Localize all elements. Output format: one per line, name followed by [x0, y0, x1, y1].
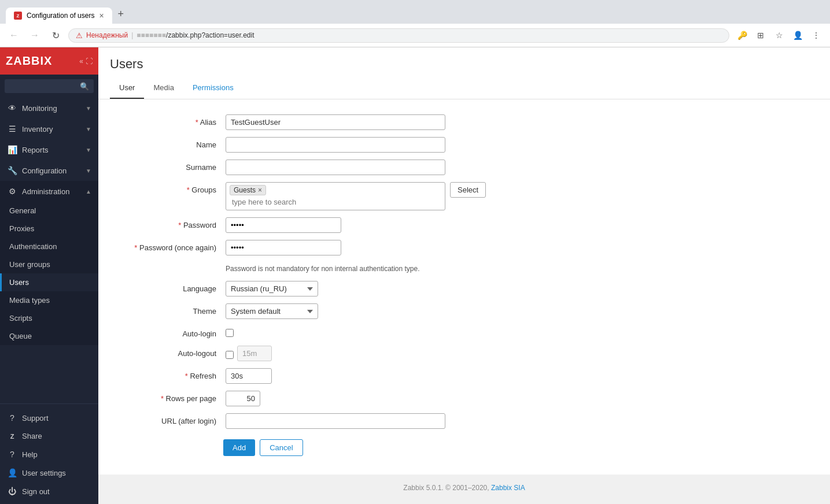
expand-btn[interactable]: ⛶ [86, 57, 93, 65]
forward-btn[interactable]: → [27, 27, 43, 43]
share-icon: Z [7, 433, 17, 440]
alias-input[interactable] [226, 114, 445, 130]
page-footer: Zabbix 5.0.1. © 2001–2020, Zabbix SIA [98, 475, 830, 501]
menu-btn[interactable]: ⋮ [808, 27, 824, 43]
sidebar-item-support[interactable]: ? Support [0, 409, 98, 427]
url-field [226, 413, 573, 429]
sidebar-label-reports: Reports [22, 146, 81, 154]
url-row: URL (after login) [98, 410, 830, 432]
url-input[interactable] [226, 413, 445, 429]
sidebar-item-reports[interactable]: 📊 Reports ▼ [0, 139, 98, 160]
tab-close-btn[interactable]: × [99, 11, 104, 20]
language-select[interactable]: Russian (ru_RU) English (en_US) System d… [226, 281, 318, 297]
autologout-checkbox[interactable] [226, 351, 234, 359]
refresh-row: Refresh [98, 365, 830, 387]
translate-btn[interactable]: ⊞ [752, 27, 769, 43]
alias-row: Alias [98, 111, 830, 134]
sidebar-search-container: 🔍 [0, 75, 98, 98]
browser-toolbar: ← → ↻ ⚠ Ненадежный | ■■■■■■■/zabbix.php?… [0, 24, 830, 47]
new-tab-btn[interactable]: + [112, 5, 130, 24]
name-label: Name [110, 137, 226, 149]
password-row: Password [98, 214, 830, 236]
sidebar-item-inventory[interactable]: ☰ Inventory ▼ [0, 118, 98, 139]
sidebar-item-media-types[interactable]: Media types [0, 291, 98, 309]
tabs: User Media Permissions [110, 79, 818, 99]
name-input[interactable] [226, 137, 445, 153]
sidebar-item-configuration[interactable]: 🔧 Configuration ▼ [0, 160, 98, 181]
password-again-row: Password (once again) [98, 236, 830, 259]
sidebar-item-general[interactable]: General [0, 202, 98, 220]
password-field [226, 217, 573, 233]
add-button[interactable]: Add [223, 439, 255, 456]
sidebar-label-inventory: Inventory [22, 125, 81, 134]
monitoring-icon: 👁 [7, 103, 17, 113]
administration-icon: ⚙ [7, 187, 17, 196]
autologout-label: Auto-logout [110, 346, 226, 358]
sidebar-item-proxies[interactable]: Proxies [0, 220, 98, 238]
admin-subnav: General Proxies Authentication User grou… [0, 202, 98, 345]
group-tag-guests: Guests × [230, 185, 266, 195]
theme-select[interactable]: System default Blue Dark [226, 303, 318, 319]
refresh-input[interactable] [226, 368, 272, 384]
select-button[interactable]: Select [450, 182, 486, 198]
sign-out-label: Sign out [22, 487, 50, 496]
footer-link[interactable]: Zabbix SIA [491, 484, 525, 492]
password-note-row: Password is not mandatory for non intern… [98, 259, 830, 277]
profile-btn[interactable]: 👤 [790, 27, 806, 43]
tab-media[interactable]: Media [144, 79, 183, 99]
configuration-icon: 🔧 [7, 166, 17, 175]
sidebar-item-help[interactable]: ? Help [0, 445, 98, 464]
autologout-value-input [237, 346, 272, 361]
rows-field [226, 391, 573, 406]
browser-actions: 🔑 ⊞ ☆ 👤 ⋮ [734, 27, 824, 43]
url-label: URL (after login) [110, 413, 226, 425]
collapse-btn[interactable]: « [79, 57, 83, 65]
tab-permissions[interactable]: Permissions [183, 79, 243, 99]
theme-label: Theme [110, 303, 226, 316]
back-btn[interactable]: ← [6, 27, 22, 43]
active-tab[interactable]: Z Configuration of users × [6, 8, 112, 24]
password-again-input[interactable] [226, 240, 341, 255]
surname-input[interactable] [226, 160, 445, 175]
refresh-btn[interactable]: ↻ [47, 27, 64, 43]
logo-text: ZABBIX [6, 54, 52, 68]
password-again-label: Password (once again) [110, 240, 226, 252]
key-icon-btn[interactable]: 🔑 [734, 27, 750, 43]
reports-icon: 📊 [7, 145, 17, 154]
groups-field: Guests × Select [226, 182, 573, 210]
address-bar[interactable]: ⚠ Ненадежный | ■■■■■■■/zabbix.php?action… [68, 28, 729, 43]
sidebar-item-monitoring[interactable]: 👁 Monitoring ▼ [0, 98, 98, 118]
autologout-field [226, 346, 573, 361]
sign-out-icon: ⏻ [7, 487, 17, 496]
name-row: Name [98, 134, 830, 156]
sidebar-item-users[interactable]: Users [0, 273, 98, 291]
password-again-field [226, 240, 573, 255]
autologin-field [226, 326, 573, 339]
language-row: Language Russian (ru_RU) English (en_US)… [98, 277, 830, 300]
sidebar-item-user-groups[interactable]: User groups [0, 255, 98, 273]
sidebar-item-administration[interactable]: ⚙ Administration ▲ [0, 181, 98, 202]
cancel-button[interactable]: Cancel [260, 439, 303, 456]
surname-label: Surname [110, 160, 226, 172]
sidebar-item-authentication[interactable]: Authentication [0, 238, 98, 255]
groups-search-input[interactable] [230, 197, 345, 207]
sidebar-item-share[interactable]: Z Share [0, 427, 98, 445]
autologin-checkbox[interactable] [226, 329, 234, 337]
address-separator: | [131, 31, 133, 39]
sidebar-label-administration: Administration [22, 187, 81, 196]
bookmark-btn[interactable]: ☆ [771, 27, 787, 43]
groups-label: Groups [110, 182, 226, 194]
sidebar-item-queue[interactable]: Queue [0, 327, 98, 345]
tab-user[interactable]: User [110, 79, 144, 99]
footer-text: Zabbix 5.0.1. © 2001–2020, [403, 484, 489, 492]
sidebar-item-scripts[interactable]: Scripts [0, 309, 98, 327]
theme-row: Theme System default Blue Dark [98, 300, 830, 323]
share-label: Share [22, 432, 42, 440]
refresh-field [226, 368, 573, 384]
password-input[interactable] [226, 217, 341, 233]
page-header: Users User Media Permissions [98, 47, 830, 99]
sidebar-item-sign-out[interactable]: ⏻ Sign out [0, 482, 98, 501]
sidebar-item-user-settings[interactable]: 👤 User settings [0, 464, 98, 482]
rows-input[interactable] [226, 391, 260, 406]
group-tag-remove[interactable]: × [258, 186, 262, 194]
